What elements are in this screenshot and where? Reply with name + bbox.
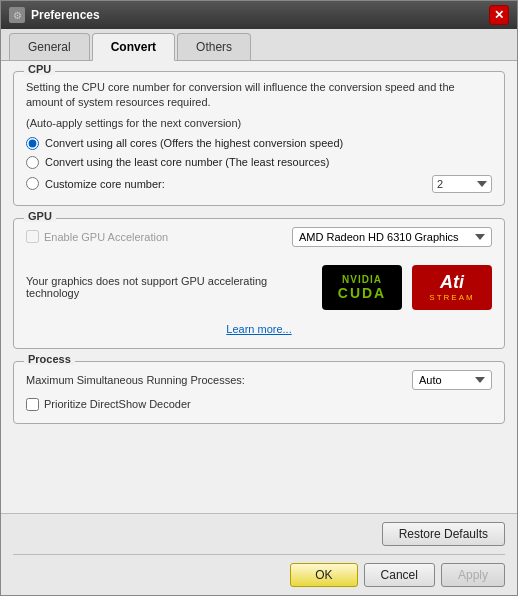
cuda-text: CUDA [338,285,386,301]
ok-button[interactable]: OK [290,563,357,587]
bottom-bar: Restore Defaults OK Cancel Apply [1,513,517,595]
process-dropdown-arrow-icon [475,377,485,383]
gpu-dropdown[interactable]: AMD Radeon HD 6310 Graphics [292,227,492,247]
nvidia-brand-text: NVIDIA [342,274,382,285]
gpu-group-label: GPU [24,210,56,222]
radio-customize[interactable] [26,177,39,190]
tab-convert[interactable]: Convert [92,33,175,61]
core-dropdown-arrow-icon [477,181,487,187]
cpu-description: Setting the CPU core number for conversi… [26,80,492,111]
gpu-dropdown-arrow-icon [475,234,485,240]
process-max-label: Maximum Simultaneous Running Processes: [26,374,245,386]
gpu-group: GPU Enable GPU Acceleration AMD Radeon H… [13,218,505,349]
gpu-dropdown-value: AMD Radeon HD 6310 Graphics [299,231,459,243]
core-number-dropdown[interactable]: 2 [432,175,492,193]
gpu-logos: NVIDIA CUDA Ati STREAM [322,265,492,310]
tab-content: CPU Setting the CPU core number for conv… [1,61,517,513]
title-bar-left: ⚙ Preferences [9,7,100,23]
tab-general[interactable]: General [9,33,90,60]
nvidia-logo: NVIDIA CUDA [322,265,402,310]
customize-core-row: Customize core number: 2 [26,175,492,193]
title-bar: ⚙ Preferences ✕ [1,1,517,29]
process-group-label: Process [24,353,75,365]
process-group: Process Maximum Simultaneous Running Pro… [13,361,505,424]
dialog-title: Preferences [31,8,100,22]
ati-logo: Ati STREAM [412,265,492,310]
radio-customize-label: Customize core number: [45,178,165,190]
directshow-text: Prioritize DirectShow Decoder [44,398,191,410]
cancel-button[interactable]: Cancel [364,563,435,587]
process-max-value: Auto [419,374,442,386]
radio-least-core-label: Convert using the least core number (The… [45,156,329,168]
gpu-enable-row: Enable GPU Acceleration AMD Radeon HD 63… [26,227,492,247]
gpu-note: Your graphics does not support GPU accel… [26,275,312,299]
cpu-group: CPU Setting the CPU core number for conv… [13,71,505,206]
restore-defaults-button[interactable]: Restore Defaults [382,522,505,546]
tab-others[interactable]: Others [177,33,251,60]
process-max-dropdown[interactable]: Auto [412,370,492,390]
learn-more-row: Learn more... [26,322,492,336]
learn-more-link[interactable]: Learn more... [226,323,291,335]
action-row: OK Cancel Apply [13,563,505,587]
restore-row: Restore Defaults [13,522,505,546]
cpu-group-label: CPU [24,63,55,75]
tabs-bar: General Convert Others [1,29,517,61]
gpu-enable-checkbox[interactable] [26,230,39,243]
radio-least-core-row: Convert using the least core number (The… [26,156,492,169]
process-max-row: Maximum Simultaneous Running Processes: … [26,370,492,390]
directshow-label: Prioritize DirectShow Decoder [26,398,492,411]
close-button[interactable]: ✕ [489,5,509,25]
core-number-value: 2 [437,178,443,190]
gpu-enable-label: Enable GPU Acceleration [26,230,168,243]
radio-all-cores[interactable] [26,137,39,150]
customize-core-left: Customize core number: [26,177,165,190]
ati-brand-text: Ati [440,272,464,293]
ati-stream-text: STREAM [429,293,474,302]
radio-least-core[interactable] [26,156,39,169]
auto-apply-text: (Auto-apply settings for the next conver… [26,117,492,129]
app-icon: ⚙ [9,7,25,23]
bottom-divider [13,554,505,555]
apply-button[interactable]: Apply [441,563,505,587]
radio-all-cores-label: Convert using all cores (Offers the high… [45,137,343,149]
directshow-checkbox[interactable] [26,398,39,411]
preferences-dialog: ⚙ Preferences ✕ General Convert Others C… [0,0,518,596]
gpu-enable-text: Enable GPU Acceleration [44,231,168,243]
radio-all-cores-row: Convert using all cores (Offers the high… [26,137,492,150]
gpu-body: Your graphics does not support GPU accel… [26,257,492,318]
